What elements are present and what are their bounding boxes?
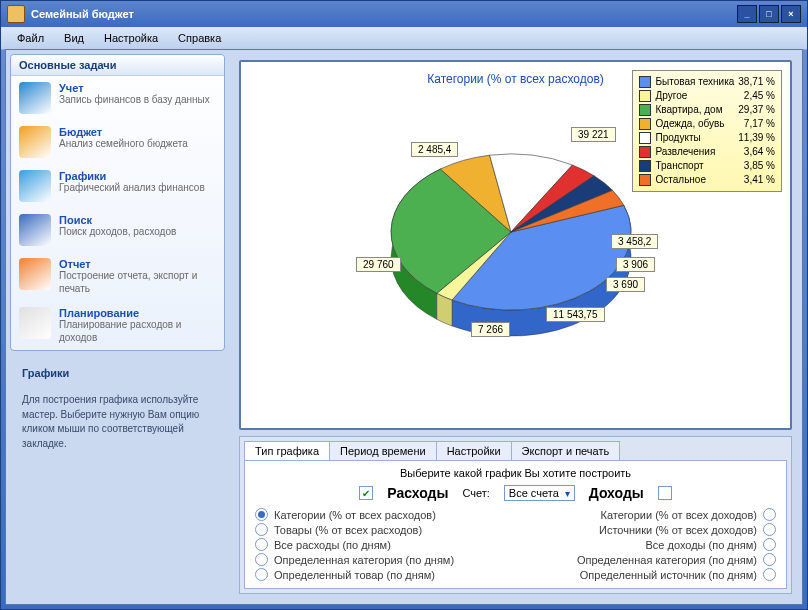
expense-options: Категории (% от всех расходов)Товары (% … — [255, 507, 501, 582]
legend-percent: 7,17 % — [744, 117, 775, 131]
chart-frame: Категории (% от всех расходов) Бытовая т… — [239, 60, 792, 430]
legend-name: Одежда, обувь — [655, 117, 739, 131]
legend-row: Другое2,45 % — [639, 89, 775, 103]
task-title: Поиск — [59, 214, 176, 226]
radio-icon — [255, 523, 268, 536]
income-option[interactable]: Все доходы (по дням) — [531, 537, 777, 552]
radio-icon — [763, 553, 776, 566]
help-panel: Графики Для построения графика используй… — [10, 357, 225, 461]
sidebar-task-0[interactable]: УчетЗапись финансов в базу данных — [11, 76, 224, 120]
window-title: Семейный бюджет — [31, 8, 134, 20]
income-option[interactable]: Категории (% от всех доходов) — [531, 507, 777, 522]
legend-percent: 11,39 % — [738, 131, 775, 145]
expense-option[interactable]: Определенная категория (по дням) — [255, 552, 501, 567]
tasks-panel: Основные задачи УчетЗапись финансов в ба… — [10, 54, 225, 351]
pie-data-label: 29 760 — [356, 257, 401, 272]
menu-file[interactable]: Файл — [7, 29, 54, 47]
sidebar: Основные задачи УчетЗапись финансов в ба… — [6, 50, 229, 604]
expense-option[interactable]: Определенный товар (по дням) — [255, 567, 501, 582]
radio-icon — [763, 508, 776, 521]
sidebar-task-2[interactable]: ГрафикиГрафический анализ финансов — [11, 164, 224, 208]
task-icon — [19, 258, 51, 290]
close-button[interactable]: × — [781, 5, 801, 23]
maximize-button[interactable]: □ — [759, 5, 779, 23]
legend-percent: 2,45 % — [744, 89, 775, 103]
legend-swatch — [639, 90, 651, 102]
income-option[interactable]: Источники (% от всех доходов) — [531, 522, 777, 537]
legend-swatch — [639, 132, 651, 144]
task-icon — [19, 214, 51, 246]
pie-data-label: 11 543,75 — [546, 307, 605, 322]
expense-option[interactable]: Товары (% от всех расходов) — [255, 522, 501, 537]
task-title: Бюджет — [59, 126, 188, 138]
tasks-panel-header: Основные задачи — [11, 55, 224, 76]
option-label: Товары (% от всех расходов) — [274, 524, 422, 536]
income-option[interactable]: Определенная категория (по дням) — [531, 552, 777, 567]
builder-prompt: Выберите какой график Вы хотите построит… — [255, 467, 776, 479]
legend-swatch — [639, 174, 651, 186]
legend-swatch — [639, 104, 651, 116]
option-label: Определенная категория (по дням) — [274, 554, 454, 566]
legend-percent: 29,37 % — [738, 103, 775, 117]
menu-settings[interactable]: Настройка — [94, 29, 168, 47]
account-select[interactable]: Все счета ▾ — [504, 485, 575, 501]
tabstrip: Тип графикаПериод времениНастройкиЭкспор… — [240, 437, 791, 460]
expenses-checkbox[interactable]: ✔ — [359, 486, 373, 500]
pie-data-label: 7 266 — [471, 322, 510, 337]
income-checkbox[interactable] — [658, 486, 672, 500]
menu-help[interactable]: Справка — [168, 29, 231, 47]
task-desc: Построение отчета, экспорт и печать — [59, 270, 216, 295]
main-area: Категории (% от всех расходов) Бытовая т… — [229, 50, 802, 604]
tab-body: Выберите какой график Вы хотите построит… — [244, 460, 787, 589]
task-desc: Поиск доходов, расходов — [59, 226, 176, 239]
client-area: Основные задачи УчетЗапись финансов в ба… — [5, 49, 803, 605]
task-desc: Графический анализ финансов — [59, 182, 205, 195]
sidebar-task-5[interactable]: ПланированиеПланирование расходов и дохо… — [11, 301, 224, 350]
legend-swatch — [639, 118, 651, 130]
legend-row: Одежда, обувь7,17 % — [639, 117, 775, 131]
option-label: Все расходы (по дням) — [274, 539, 391, 551]
pie-data-label: 3 690 — [606, 277, 645, 292]
task-title: Графики — [59, 170, 205, 182]
minimize-button[interactable]: _ — [737, 5, 757, 23]
legend-name: Транспорт — [655, 159, 739, 173]
pie-chart — [381, 132, 641, 362]
titlebar: Семейный бюджет _ □ × — [1, 1, 807, 27]
tab-0[interactable]: Тип графика — [244, 441, 330, 460]
option-label: Источники (% от всех доходов) — [599, 524, 757, 536]
legend-name: Другое — [655, 89, 739, 103]
radio-icon — [255, 553, 268, 566]
window-controls: _ □ × — [737, 5, 801, 23]
account-label: Счет: — [462, 487, 489, 499]
task-desc: Планирование расходов и доходов — [59, 319, 216, 344]
tab-1[interactable]: Период времени — [329, 441, 437, 460]
task-title: Планирование — [59, 307, 216, 319]
help-text: Для построения графика используйте масте… — [22, 393, 213, 451]
radio-icon — [255, 568, 268, 581]
expense-option[interactable]: Все расходы (по дням) — [255, 537, 501, 552]
income-option[interactable]: Определенный источник (по дням) — [531, 567, 777, 582]
tab-3[interactable]: Экспорт и печать — [511, 441, 621, 460]
option-label: Категории (% от всех доходов) — [601, 509, 758, 521]
sidebar-task-4[interactable]: ОтчетПостроение отчета, экспорт и печать — [11, 252, 224, 301]
sidebar-task-3[interactable]: ПоискПоиск доходов, расходов — [11, 208, 224, 252]
tab-2[interactable]: Настройки — [436, 441, 512, 460]
task-icon — [19, 126, 51, 158]
lower-panel: Тип графикаПериод времениНастройкиЭкспор… — [239, 436, 792, 594]
legend-row: Развлечения3,64 % — [639, 145, 775, 159]
radio-icon — [763, 568, 776, 581]
expense-option[interactable]: Категории (% от всех расходов) — [255, 507, 501, 522]
legend-name: Развлечения — [655, 145, 739, 159]
legend-percent: 3,64 % — [744, 145, 775, 159]
app-window: Семейный бюджет _ □ × Файл Вид Настройка… — [0, 0, 808, 610]
legend-swatch — [639, 146, 651, 158]
sidebar-task-1[interactable]: БюджетАнализ семейного бюджета — [11, 120, 224, 164]
legend-name: Остальное — [655, 173, 739, 187]
legend-row: Квартира, дом29,37 % — [639, 103, 775, 117]
legend-row: Продукты11,39 % — [639, 131, 775, 145]
legend-percent: 38,71 % — [738, 75, 775, 89]
task-desc: Запись финансов в базу данных — [59, 94, 210, 107]
task-icon — [19, 307, 51, 339]
menu-view[interactable]: Вид — [54, 29, 94, 47]
legend-name: Бытовая техника — [655, 75, 734, 89]
